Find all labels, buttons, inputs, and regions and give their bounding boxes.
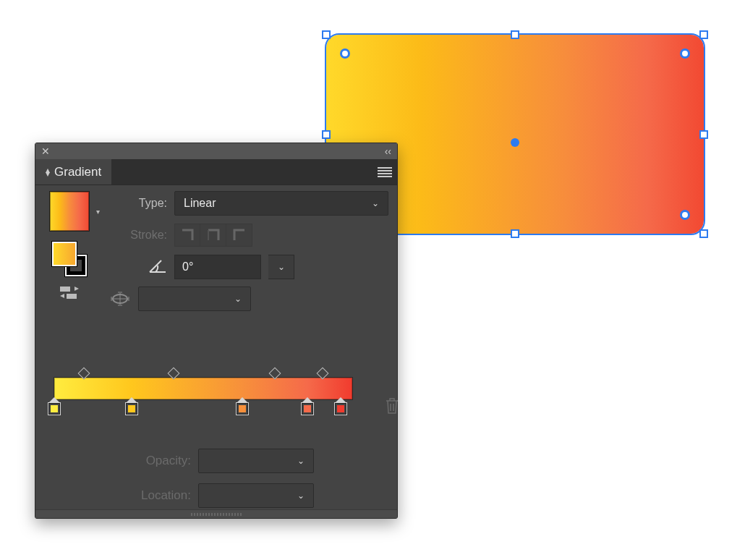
selection-handle-e[interactable] xyxy=(699,130,708,139)
aspect-ratio-icon xyxy=(109,291,131,307)
angle-input[interactable]: 0° xyxy=(174,255,261,279)
stroke-inside-button[interactable] xyxy=(174,224,200,247)
gradient-midpoint[interactable] xyxy=(268,368,281,380)
svg-marker-7 xyxy=(60,294,64,298)
chevron-down-icon[interactable]: ▾ xyxy=(96,208,100,216)
panel-menu-icon[interactable] xyxy=(372,159,397,184)
gradient-midpoint[interactable] xyxy=(78,368,90,380)
type-value: Linear xyxy=(184,197,216,210)
svg-rect-1 xyxy=(378,170,392,171)
svg-rect-2 xyxy=(378,173,392,174)
panel-resize-grip[interactable] xyxy=(35,509,397,518)
gradient-stop[interactable] xyxy=(301,402,314,415)
selection-handle-s[interactable] xyxy=(511,229,519,238)
type-label: Type: xyxy=(109,197,167,210)
location-select: ⌄ xyxy=(198,483,314,508)
gradient-stop[interactable] xyxy=(334,402,347,415)
svg-rect-0 xyxy=(378,167,392,169)
panel-body: ▾ Type: Linear ⌄ xyxy=(35,185,397,509)
type-select[interactable]: Linear ⌄ xyxy=(174,191,388,216)
gradient-midpoint[interactable] xyxy=(316,368,328,380)
collapse-icon[interactable]: ‹‹ xyxy=(385,146,391,156)
angle-icon xyxy=(109,258,167,276)
gradient-stop[interactable] xyxy=(48,402,61,415)
corner-radius-handle-nw[interactable] xyxy=(340,48,350,59)
corner-radius-handle-se[interactable] xyxy=(680,210,690,220)
svg-rect-4 xyxy=(60,287,70,292)
gradient-preview-bar[interactable] xyxy=(54,378,352,399)
gradient-swatch[interactable]: ▾ xyxy=(49,191,90,232)
angle-value: 0° xyxy=(182,260,193,273)
stroke-outside-button[interactable] xyxy=(226,224,252,247)
selection-handle-w[interactable] xyxy=(322,130,331,139)
close-icon[interactable]: ✕ xyxy=(41,146,50,156)
fill-swatch[interactable] xyxy=(52,242,77,266)
reverse-gradient-icon[interactable] xyxy=(60,287,79,300)
gradient-midpoint[interactable] xyxy=(167,368,179,380)
fill-stroke-toggle[interactable] xyxy=(52,242,87,276)
gradient-stop[interactable] xyxy=(236,402,249,415)
gradient-stop[interactable] xyxy=(125,402,138,415)
selection-handle-ne[interactable] xyxy=(699,30,708,39)
stroke-label: Stroke: xyxy=(109,229,167,242)
chevron-down-icon: ⌄ xyxy=(372,198,379,208)
stroke-center-button[interactable] xyxy=(200,224,226,247)
aspect-ratio-select: ⌄ xyxy=(138,287,251,311)
angle-dropdown-button[interactable]: ⌄ xyxy=(268,255,294,279)
svg-marker-6 xyxy=(74,287,79,291)
gradient-slider[interactable] xyxy=(47,378,386,399)
center-point-handle[interactable] xyxy=(511,138,519,147)
stroke-alignment-group xyxy=(174,224,252,247)
svg-rect-5 xyxy=(67,294,77,299)
opacity-label: Opacity: xyxy=(119,454,191,468)
location-label: Location: xyxy=(119,488,191,503)
panel-titlebar[interactable]: ✕ ‹‹ xyxy=(35,143,397,159)
opacity-select: ⌄ xyxy=(198,449,314,473)
delete-stop-icon xyxy=(384,396,400,417)
selection-handle-se[interactable] xyxy=(699,229,708,238)
panel-tabs: ▴▾ Gradient xyxy=(35,159,397,185)
tab-label: Gradient xyxy=(54,165,101,179)
tab-gradient[interactable]: ▴▾ Gradient xyxy=(35,159,112,184)
selection-handle-nw[interactable] xyxy=(322,30,331,39)
svg-rect-3 xyxy=(378,176,392,177)
corner-radius-handle-ne[interactable] xyxy=(680,48,690,59)
selection-handle-n[interactable] xyxy=(511,30,519,39)
chevron-updown-icon: ▴▾ xyxy=(46,169,50,176)
gradient-panel: ✕ ‹‹ ▴▾ Gradient ▾ xyxy=(35,143,398,519)
